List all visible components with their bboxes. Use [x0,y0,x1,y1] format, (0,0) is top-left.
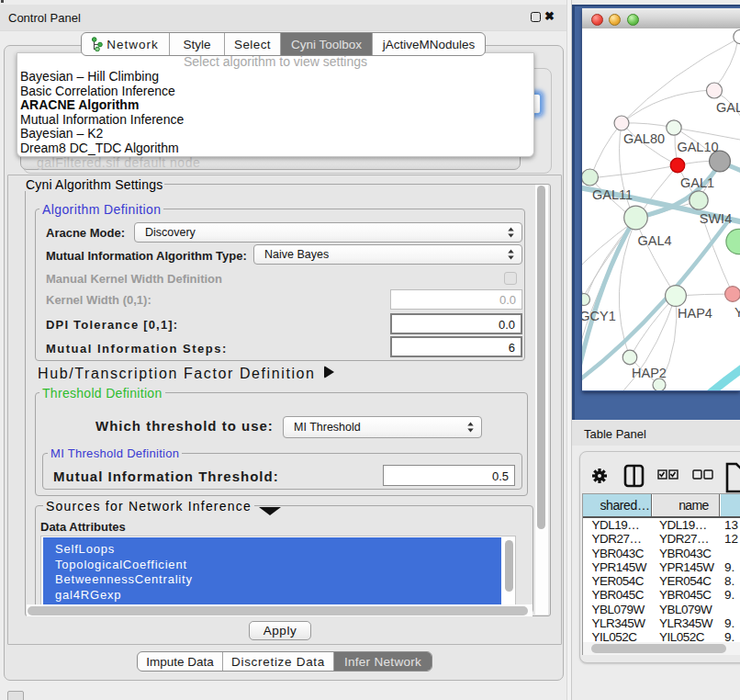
svg-text:GAL1: GAL1 [680,175,714,190]
svg-text:GCY1: GCY1 [582,309,616,323]
svg-text:Y: Y [734,305,740,320]
svg-text:GAL7: GAL7 [716,100,740,115]
svg-text:HAP4: HAP4 [678,306,712,321]
svg-text:SWI4: SWI4 [700,211,732,226]
svg-text:GAL11: GAL11 [592,187,633,202]
svg-text:GAL80: GAL80 [623,131,665,146]
svg-text:GAL4: GAL4 [637,233,671,248]
svg-text:GAL10: GAL10 [677,140,718,154]
svg-text:HAP2: HAP2 [632,366,667,380]
